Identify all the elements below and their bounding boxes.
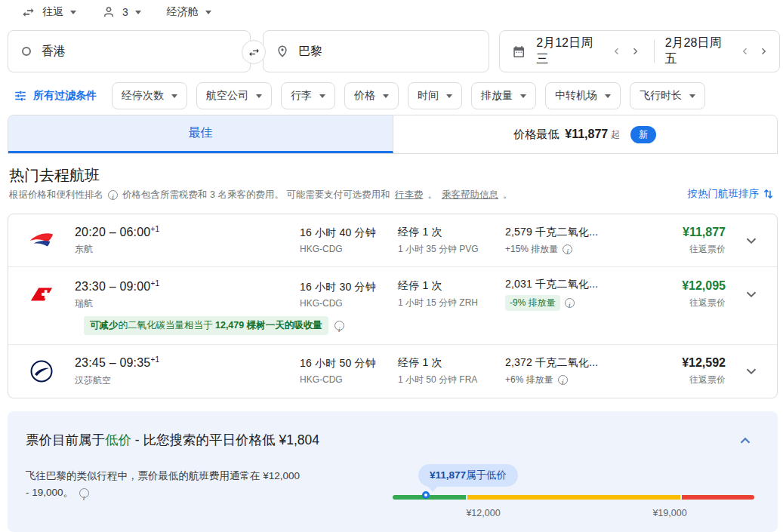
passengers-selector[interactable]: 3 [102, 5, 141, 19]
filter-chip-duration[interactable]: 飞行时长 [630, 82, 705, 109]
filter-chip-price[interactable]: 价格 [344, 82, 399, 109]
rank-note: 根据价格和便利性排名 [9, 189, 103, 201]
expand-flight-button[interactable] [726, 232, 777, 249]
chevron-right-icon [630, 47, 640, 56]
date-divider [654, 40, 655, 63]
passenger-assistance-link[interactable]: 乘客帮助信息 [442, 189, 498, 201]
range-low-label: ¥12,000 [466, 508, 500, 518]
depart-prev-day-button[interactable] [609, 43, 625, 60]
filter-chip-bags[interactable]: 行李 [281, 82, 335, 109]
swap-horiz-icon [21, 5, 35, 20]
emissions-cell: 2,372 千克二氧化... +6% 排放量 [505, 356, 653, 386]
chevron-up-icon [737, 432, 754, 449]
return-date[interactable]: 2月28日周五 [665, 35, 731, 67]
trip-options-bar: 往返 3 经济舱 [21, 2, 211, 23]
filter-chip-emissions[interactable]: 排放量 [471, 82, 536, 109]
duration-cell: 16 小时 30 分钟 HKG-CDG [300, 281, 398, 309]
trip-type-selector[interactable]: 往返 [21, 5, 76, 20]
chip-label: 排放量 [481, 89, 513, 103]
price-history-gauge: ¥11,877属于低价 ¥12,000 ¥19,000 [393, 463, 770, 526]
flight-row-china-eastern[interactable]: 20:20 – 06:00+1 东航 16 小时 40 分钟 HKG-CDG 经… [8, 214, 777, 266]
chip-label: 飞行时长 [640, 89, 682, 103]
chip-label: 行李 [291, 89, 312, 103]
price-note: 价格包含所需税费和 3 名乘客的费用。 可能需要支付可选费用和 [122, 189, 390, 201]
flight-row-lufthansa[interactable]: 23:45 – 09:35+1 汉莎航空 16 小时 50 分钟 HKG-CDG… [8, 344, 777, 397]
fare-type: 往返票价 [653, 243, 726, 256]
chevron-down-icon [689, 94, 695, 98]
chevron-down-icon [171, 94, 177, 98]
title-post: - 比您搜索的平日价格低 ¥1,804 [131, 432, 319, 447]
tab-cheapest[interactable]: 价格最低 ¥11,877 起 新 [393, 115, 778, 153]
baggage-fees-link[interactable]: 行李费 [395, 189, 424, 201]
info-icon[interactable] [563, 244, 572, 254]
info-icon[interactable] [565, 298, 575, 308]
expand-flight-button[interactable] [726, 286, 777, 303]
title-pre: 票价目前属于 [26, 432, 105, 447]
origin-field[interactable]: 香港 [8, 30, 251, 72]
chevron-down-icon [605, 94, 611, 98]
tab-best[interactable]: 最佳 [8, 115, 393, 153]
flight-times: 23:45 – 09:35+1 [75, 355, 300, 370]
return-next-day-button[interactable] [755, 43, 772, 60]
info-icon[interactable] [334, 321, 344, 331]
origin-value: 香港 [42, 44, 66, 60]
info-icon[interactable] [558, 375, 568, 385]
stops-cell: 经停 1 次 1 小时 50 分钟 FRA [398, 356, 505, 386]
current-price-marker[interactable] [422, 491, 430, 499]
chevron-down-icon [383, 94, 389, 98]
end-text: 。 [503, 189, 513, 201]
duration-cell: 16 小时 50 分钟 HKG-CDG [300, 357, 398, 385]
filter-chip-times[interactable]: 时间 [408, 82, 462, 109]
price: ¥11,877 [653, 226, 726, 239]
tab-cheapest-price: ¥11,877 [565, 128, 608, 141]
person-icon [102, 5, 116, 19]
co2-amount: 2,372 千克二氧化... [505, 356, 653, 370]
filter-chip-connecting-airports[interactable]: 中转机场 [545, 82, 621, 109]
emissions-cell: 2,579 千克二氧化... +15% 排放量 [505, 226, 653, 256]
collapse-panel-button[interactable] [737, 432, 754, 452]
chevron-down-icon [256, 94, 262, 98]
price: ¥12,592 [653, 356, 726, 370]
duration: 16 小时 40 分钟 [300, 226, 398, 240]
eco-banner: 可减少的二氧化碳当量相当于 12,479 棵树一天的吸收量 [84, 316, 344, 335]
fare-type: 往返票价 [653, 374, 726, 386]
co2-amount: 2,579 千克二氧化... [505, 226, 653, 239]
fare-type: 往返票价 [653, 297, 726, 309]
depart-date[interactable]: 2月12日周三 [536, 35, 602, 67]
cabin-class-selector[interactable]: 经济舱 [167, 5, 211, 19]
tooltip-rest: 属于低价 [466, 469, 507, 481]
emissions-delta: +15% 排放量 [505, 243, 558, 256]
return-prev-day-button[interactable] [737, 43, 754, 60]
flight-times: 23:30 – 09:00+1 [75, 279, 300, 294]
price: ¥12,095 [653, 279, 726, 293]
sort-by-link[interactable]: 按热门航班排序 [688, 187, 775, 201]
filters-bar: 所有过滤条件 经停次数 航空公司 行李 价格 时间 排放量 中转机场 飞行时长 [14, 82, 705, 109]
depart-next-day-button[interactable] [627, 43, 643, 60]
stops: 经停 1 次 [398, 279, 505, 293]
destination-value: 巴黎 [298, 44, 322, 60]
tab-best-label: 最佳 [188, 125, 212, 141]
filter-chip-airlines[interactable]: 航空公司 [196, 82, 272, 109]
chevron-left-icon [741, 47, 750, 56]
filter-chip-stops[interactable]: 经停次数 [112, 82, 187, 109]
chevron-down-icon [520, 94, 526, 98]
flight-times-cell: 20:20 – 06:00+1 东航 [75, 225, 300, 256]
flight-times: 20:20 – 06:00+1 [75, 225, 300, 239]
range-high-label: ¥19,000 [652, 508, 686, 518]
info-icon[interactable] [79, 488, 89, 498]
stops: 经停 1 次 [398, 226, 505, 239]
chevron-down-icon [135, 11, 141, 14]
flight-row-swiss[interactable]: 23:30 – 09:00+1 瑞航 16 小时 30 分钟 HKG-CDG 经… [8, 266, 777, 344]
body-line1: 飞往巴黎的类似行程中，票价最低的航班费用通常在 ¥12,000 [26, 468, 379, 484]
info-icon[interactable] [108, 190, 118, 200]
tooltip-price: ¥11,877 [430, 469, 466, 481]
origin-circle-icon [22, 47, 31, 56]
destination-field[interactable]: 巴黎 [263, 30, 489, 72]
section-title: 热门去程航班 [9, 165, 100, 186]
tune-icon [14, 89, 27, 103]
swap-locations-button[interactable] [242, 40, 266, 64]
chip-label: 时间 [418, 89, 439, 103]
expand-flight-button[interactable] [726, 363, 777, 380]
all-filters-button[interactable]: 所有过滤条件 [14, 89, 97, 103]
trip-type-label: 往返 [42, 5, 63, 19]
